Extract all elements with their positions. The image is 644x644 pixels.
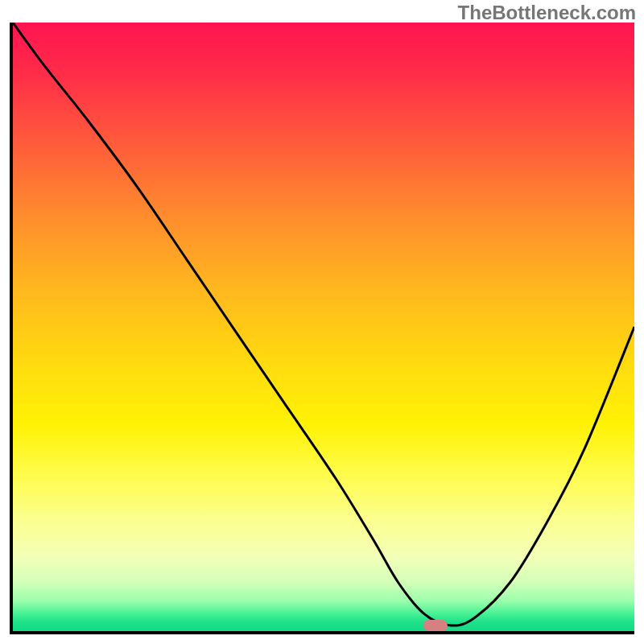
bottleneck-curve <box>13 23 634 631</box>
watermark-text: TheBottleneck.com <box>458 2 636 24</box>
plot-area <box>10 23 634 634</box>
optimal-point-marker <box>423 620 448 631</box>
chart-container: TheBottleneck.com <box>0 0 644 644</box>
